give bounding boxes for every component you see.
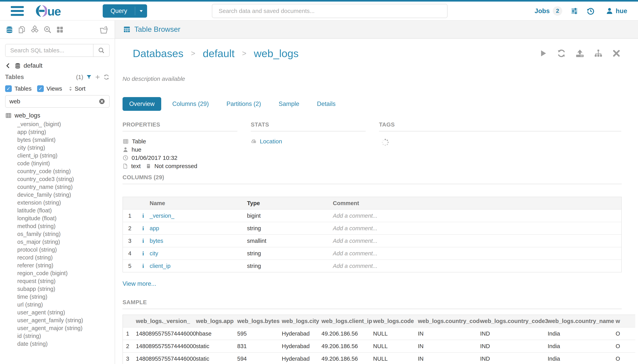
table-browser-content: Databases > default > web_logs xyxy=(115,39,638,364)
column-name-link[interactable]: bytes xyxy=(150,238,247,244)
tree-table-web-logs[interactable]: web_logs xyxy=(0,111,115,120)
tree-column-item[interactable]: bytes (smallint) xyxy=(0,136,115,144)
checkbox-tables-label[interactable]: Tables xyxy=(15,85,32,92)
query-table-button[interactable] xyxy=(539,49,548,58)
caret-down-icon xyxy=(139,8,144,14)
location-link[interactable]: Location xyxy=(260,138,282,145)
tree-column-item[interactable]: device_family (string) xyxy=(0,191,115,199)
column-name-link[interactable]: _version_ xyxy=(150,212,247,219)
sql-table-search-input[interactable] xyxy=(6,44,93,56)
property-format: text Not compressed xyxy=(123,162,238,170)
tree-column-item[interactable]: user_agent_family (string) xyxy=(0,316,115,324)
tab-columns-29[interactable]: Columns (29) xyxy=(165,97,216,111)
info-icon[interactable]: i xyxy=(142,225,144,232)
assist-tab-functions[interactable] xyxy=(30,25,39,34)
column-comment-placeholder[interactable]: Add a comment... xyxy=(333,225,621,232)
user-menu[interactable]: hue xyxy=(606,7,627,15)
tab-overview[interactable]: Overview xyxy=(123,97,161,111)
column-name-link[interactable]: client_ip xyxy=(150,263,247,269)
tree-column-item[interactable]: app (string) xyxy=(0,128,115,136)
column-type: smallint xyxy=(247,238,333,244)
tree-column-item[interactable]: request (string) xyxy=(0,277,115,285)
checkbox-tables[interactable]: ✓ xyxy=(5,85,12,92)
jobs-settings-button[interactable] xyxy=(570,7,578,15)
refresh-tables-icon[interactable] xyxy=(103,74,110,80)
global-search-input[interactable] xyxy=(212,4,448,18)
assist-tab-search[interactable] xyxy=(43,25,52,34)
checkbox-views[interactable]: ✓ xyxy=(37,85,44,92)
column-comment-placeholder[interactable]: Add a comment... xyxy=(333,263,621,269)
sort-toggle[interactable]: Sort xyxy=(68,85,85,92)
tree-column-item[interactable]: protocol (string) xyxy=(0,246,115,254)
close-button[interactable] xyxy=(612,49,621,58)
sample-table-scroll[interactable]: web_logs._version_web_logs.appweb_logs.b… xyxy=(123,314,635,364)
sort-label: Sort xyxy=(75,85,85,92)
breadcrumb-databases[interactable]: Databases xyxy=(133,47,183,60)
lineage-button[interactable] xyxy=(594,49,603,58)
tree-column-item[interactable]: url (string) xyxy=(0,301,115,308)
jobs-count-badge[interactable]: 2 xyxy=(553,6,562,16)
tree-column-item[interactable]: region_code (bigint) xyxy=(0,269,115,277)
info-icon[interactable]: i xyxy=(142,262,144,269)
upload-table-button[interactable] xyxy=(575,49,585,58)
tree-column-item[interactable]: os_major (string) xyxy=(0,238,115,246)
info-icon[interactable]: i xyxy=(142,238,144,244)
tab-sample[interactable]: Sample xyxy=(272,97,306,111)
tree-column-item[interactable]: city (string) xyxy=(0,144,115,152)
column-comment-placeholder[interactable]: Add a comment... xyxy=(333,250,621,257)
tree-column-item[interactable]: id (string) xyxy=(0,332,115,340)
tree-column-item[interactable]: referer (string) xyxy=(0,262,115,269)
tree-column-item[interactable]: country_code3 (string) xyxy=(0,175,115,183)
tree-column-item[interactable]: date (string) xyxy=(0,340,115,348)
tree-column-item[interactable]: longitude (float) xyxy=(0,214,115,222)
current-database-label[interactable]: default xyxy=(24,62,42,69)
tree-column-item[interactable]: client_ip (string) xyxy=(0,152,115,160)
add-table-icon[interactable] xyxy=(95,74,101,80)
table-description[interactable]: No description available xyxy=(123,76,638,82)
upload-icon xyxy=(575,49,585,58)
assist-tab-apps[interactable] xyxy=(56,26,64,34)
assist-tab-documents[interactable] xyxy=(18,25,26,34)
assist-tab-sql[interactable] xyxy=(5,25,14,34)
breadcrumb-web-logs[interactable]: web_logs xyxy=(254,47,299,60)
tree-column-item[interactable]: code (tinyint) xyxy=(0,160,115,167)
info-icon[interactable]: i xyxy=(142,250,144,256)
clear-filter-icon[interactable] xyxy=(99,98,105,105)
query-dropdown-toggle[interactable] xyxy=(135,7,147,15)
column-comment-placeholder[interactable]: Add a comment... xyxy=(333,238,621,244)
column-comment-placeholder[interactable]: Add a comment... xyxy=(333,212,621,219)
tree-column-item[interactable]: latitude (float) xyxy=(0,206,115,214)
checkbox-views-label[interactable]: Views xyxy=(47,85,62,92)
refresh-table-button[interactable] xyxy=(557,49,566,58)
jobs-link[interactable]: Jobs xyxy=(535,7,550,15)
tree-column-item[interactable]: os_family (string) xyxy=(0,230,115,238)
hue-logo[interactable]: ue xyxy=(35,4,74,18)
tree-column-item[interactable]: country_code (string) xyxy=(0,167,115,175)
breadcrumb-default[interactable]: default xyxy=(203,47,235,60)
tree-column-item[interactable]: time (string) xyxy=(0,293,115,301)
back-chevron-icon[interactable] xyxy=(5,63,11,69)
filter-funnel-icon[interactable] xyxy=(86,74,92,80)
assist-tab-import[interactable] xyxy=(99,25,108,34)
tree-column-item[interactable]: method (string) xyxy=(0,222,115,230)
sql-table-search-button[interactable] xyxy=(93,44,109,56)
info-icon[interactable]: i xyxy=(142,212,144,219)
column-header-type: Type xyxy=(247,200,333,206)
table-filter-input[interactable] xyxy=(10,98,99,105)
history-button[interactable] xyxy=(586,7,595,15)
row-number: 1 xyxy=(123,212,137,219)
query-button[interactable]: Query xyxy=(103,4,147,18)
tree-column-item[interactable]: subapp (string) xyxy=(0,285,115,293)
tree-column-item[interactable]: user_agent (string) xyxy=(0,308,115,316)
view-more-link[interactable]: View more... xyxy=(123,280,622,287)
tree-column-item[interactable]: _version_ (bigint) xyxy=(0,120,115,128)
tree-column-item[interactable]: user_agent_major (string) xyxy=(0,324,115,332)
tab-partitions-2[interactable]: Partitions (2) xyxy=(220,97,268,111)
tab-details[interactable]: Details xyxy=(310,97,342,111)
column-name-link[interactable]: city xyxy=(150,250,247,257)
tree-column-item[interactable]: record (string) xyxy=(0,254,115,262)
tree-column-item[interactable]: country_name (string) xyxy=(0,183,115,191)
tree-column-item[interactable]: extension (string) xyxy=(0,199,115,206)
column-name-link[interactable]: app xyxy=(150,225,247,232)
hamburger-menu-icon[interactable] xyxy=(11,6,24,16)
